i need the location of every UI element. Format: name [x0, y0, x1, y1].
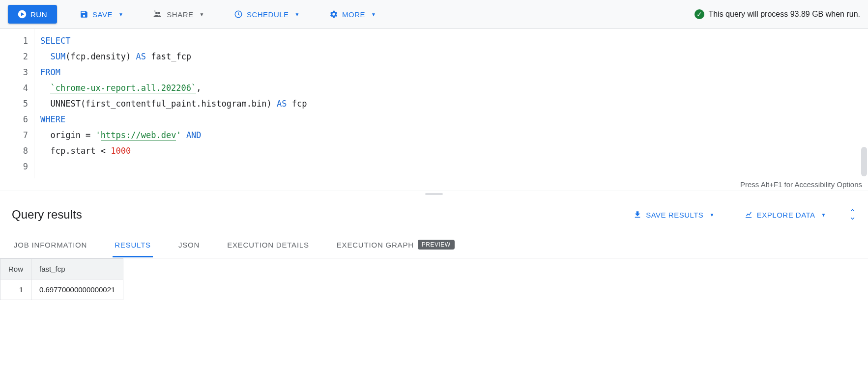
toolbar: RUN SAVE ▼ + SHARE ▼ SCHEDULE ▼ MORE ▼ ✓…: [0, 0, 868, 29]
line-number: 2: [0, 49, 28, 64]
tab-json[interactable]: JSON: [176, 234, 202, 257]
line-number: 8: [0, 143, 28, 159]
code-line: fcp.start < 1000: [40, 143, 862, 159]
scrollbar-thumb[interactable]: [861, 147, 867, 176]
share-icon: +: [153, 9, 163, 19]
share-label: SHARE: [167, 10, 193, 19]
query-status: ✓ This query will process 93.89 GB when …: [694, 9, 860, 19]
chart-icon: [744, 210, 753, 219]
code-line: [40, 159, 862, 174]
chevron-down-icon: ▼: [295, 12, 300, 17]
play-icon: [18, 10, 27, 19]
download-icon: [633, 210, 642, 219]
chevron-down-icon: ▼: [200, 12, 204, 17]
line-number: 1: [0, 33, 28, 49]
chevron-down-icon: ▼: [118, 12, 123, 17]
check-circle-icon: ✓: [694, 9, 704, 19]
sql-editor[interactable]: 123456789 SELECT SUM(fcp.density) AS fas…: [0, 29, 868, 178]
run-label: RUN: [30, 10, 47, 19]
code-line: SUM(fcp.density) AS fast_fcp: [40, 49, 862, 64]
line-number: 9: [0, 159, 28, 174]
save-button[interactable]: SAVE ▼: [73, 6, 130, 23]
tab-job-information[interactable]: JOB INFORMATION: [12, 234, 89, 257]
results-title: Query results: [12, 208, 82, 222]
results-table: Rowfast_fcp 10.69770000000000021: [0, 258, 123, 300]
code-line: WHERE: [40, 111, 862, 127]
schedule-button[interactable]: SCHEDULE ▼: [227, 6, 307, 23]
save-results-label: SAVE RESULTS: [646, 211, 703, 219]
code-line: `chrome-ux-report.all.202206`,: [40, 80, 862, 96]
more-button[interactable]: MORE ▼: [322, 6, 383, 23]
tab-execution-graph[interactable]: EXECUTION GRAPH PREVIEW: [335, 233, 457, 258]
tab-execution-details[interactable]: EXECUTION DETAILS: [225, 234, 311, 257]
share-button[interactable]: + SHARE ▼: [146, 5, 211, 23]
table-header: Row: [0, 259, 31, 279]
more-label: MORE: [342, 10, 365, 19]
table-header: fast_fcp: [31, 259, 123, 279]
chevron-down-icon: ▼: [371, 12, 376, 17]
results-tabs: JOB INFORMATION RESULTS JSON EXECUTION D…: [0, 227, 868, 258]
line-number: 5: [0, 96, 28, 111]
preview-badge: PREVIEW: [418, 240, 455, 250]
line-number: 6: [0, 111, 28, 127]
expand-collapse-icon[interactable]: ⌃⌄: [849, 211, 856, 219]
save-results-button[interactable]: SAVE RESULTS ▼: [626, 206, 722, 223]
tab-results[interactable]: RESULTS: [113, 234, 153, 257]
run-button[interactable]: RUN: [8, 5, 57, 24]
code-area[interactable]: SELECT SUM(fcp.density) AS fast_fcpFROM …: [34, 29, 868, 178]
table-cell: 1: [0, 279, 31, 300]
save-label: SAVE: [92, 10, 113, 19]
resize-handle[interactable]: [0, 191, 868, 196]
code-line: SELECT: [40, 33, 862, 49]
svg-text:+: +: [154, 9, 156, 14]
clock-icon: [234, 10, 243, 19]
line-number: 3: [0, 64, 28, 80]
schedule-label: SCHEDULE: [247, 10, 289, 19]
results-header: Query results SAVE RESULTS ▼ EXPLORE DAT…: [0, 196, 868, 227]
status-text: This query will process 93.89 GB when ru…: [708, 10, 860, 19]
code-line: origin = 'https://web.dev' AND: [40, 127, 862, 143]
chevron-down-icon: ▼: [709, 212, 714, 218]
line-gutter: 123456789: [0, 29, 34, 178]
chevron-down-icon: ▼: [821, 212, 826, 218]
code-line: FROM: [40, 64, 862, 80]
explore-data-label: EXPLORE DATA: [757, 211, 815, 219]
explore-data-button[interactable]: EXPLORE DATA ▼: [737, 206, 833, 223]
code-line: UNNEST(first_contentful_paint.histogram.…: [40, 96, 862, 111]
table-row: 10.69770000000000021: [0, 279, 123, 300]
gear-icon: [329, 10, 338, 19]
save-icon: [80, 10, 88, 19]
accessibility-hint: Press Alt+F1 for Accessibility Options: [0, 178, 868, 191]
line-number: 4: [0, 80, 28, 96]
table-cell: 0.69770000000000021: [31, 279, 123, 300]
line-number: 7: [0, 127, 28, 143]
